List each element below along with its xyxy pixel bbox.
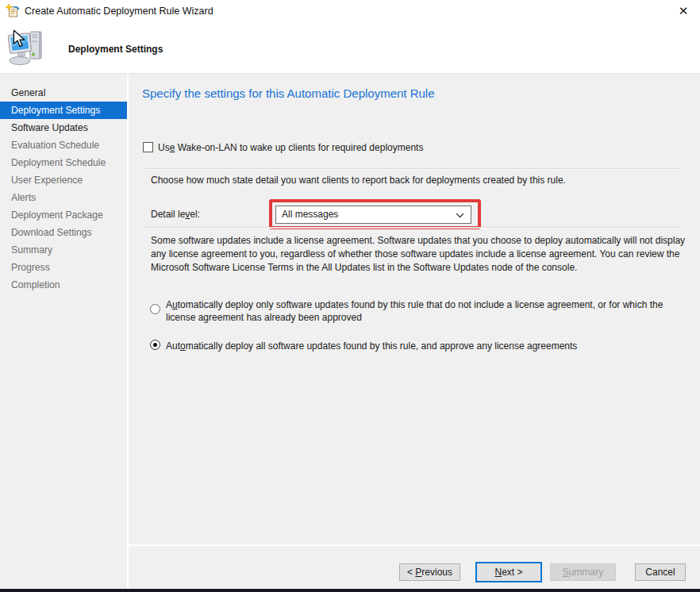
detail-level-label: Detail level:	[151, 209, 200, 220]
section-divider	[143, 227, 681, 229]
sidebar-item-progress: Progress	[0, 259, 127, 276]
sidebar-item-deployment-package: Deployment Package	[0, 206, 127, 224]
sidebar-item-general[interactable]: General	[0, 84, 127, 102]
window-title: Create Automatic Deployment Rule Wizard	[25, 6, 213, 17]
wizard-icon	[6, 4, 20, 18]
detail-level-value: All messages	[282, 209, 338, 220]
mouse-cursor-icon	[11, 30, 27, 48]
page-heading: Specify the settings for this Automatic …	[142, 86, 435, 100]
sidebar-item-user-experience: User Experience	[0, 171, 127, 189]
sidebar-item-deployment-schedule: Deployment Schedule	[0, 154, 127, 171]
wizard-window: Create Automatic Deployment Rule Wizard …	[0, 0, 700, 592]
sidebar-item-summary: Summary	[0, 241, 127, 259]
deploy-all-updates-label[interactable]: Automatically deploy all software update…	[166, 340, 577, 352]
chevron-down-icon	[456, 213, 464, 218]
license-note-text: Some software updates include a license …	[151, 234, 692, 274]
radio-unselected[interactable]	[150, 304, 160, 314]
wake-on-lan-checkbox[interactable]	[143, 142, 153, 152]
sidebar-item-deployment-settings[interactable]: Deployment Settings	[0, 102, 127, 119]
deploy-only-approved-option: Automatically deploy only software updat…	[150, 298, 686, 324]
deploy-only-approved-label[interactable]: Automatically deploy only software updat…	[166, 298, 686, 324]
window-bottom-edge	[0, 589, 700, 592]
section-divider	[143, 168, 681, 170]
sidebar-item-evaluation-schedule: Evaluation Schedule	[0, 136, 127, 154]
detail-intro-text: Choose how much state detail you want cl…	[151, 175, 698, 186]
close-icon[interactable]: ✕	[671, 2, 695, 21]
radio-selected[interactable]	[150, 340, 160, 350]
title-bar: Create Automatic Deployment Rule Wizard …	[0, 0, 700, 24]
wizard-header: Deployment Settings	[0, 24, 700, 74]
wake-on-lan-row: Use Wake-on-LAN to wake up clients for r…	[143, 142, 423, 153]
sidebar-item-alerts: Alerts	[0, 189, 127, 206]
cancel-button[interactable]: Cancel	[635, 563, 686, 581]
wizard-nav-sidebar: General Deployment Settings Software Upd…	[0, 74, 129, 589]
deploy-all-updates-option: Automatically deploy all software update…	[150, 340, 577, 352]
wizard-page-content: Specify the settings for this Automatic …	[129, 74, 700, 589]
next-button[interactable]: Next >	[475, 562, 542, 582]
summary-button: Summary	[550, 563, 616, 581]
footer-divider	[129, 544, 700, 546]
previous-button[interactable]: < Previous	[399, 563, 460, 581]
sidebar-item-software-updates[interactable]: Software Updates	[0, 119, 127, 136]
detail-level-dropdown[interactable]: All messages	[275, 206, 471, 224]
page-title: Deployment Settings	[68, 44, 163, 55]
wake-on-lan-label[interactable]: Use Wake-on-LAN to wake up clients for r…	[158, 142, 423, 153]
sidebar-item-completion: Completion	[0, 276, 127, 294]
sidebar-item-download-settings: Download Settings	[0, 224, 127, 241]
